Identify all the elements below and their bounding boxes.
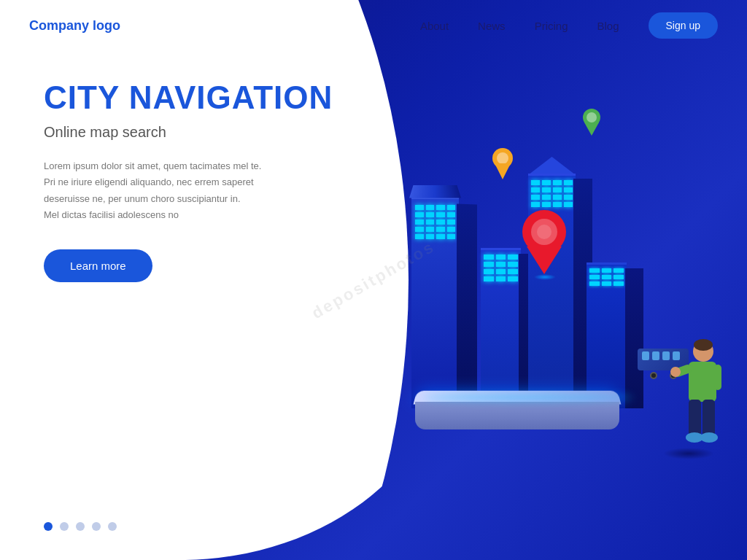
svg-marker-2 — [495, 163, 511, 179]
person-figure — [667, 335, 725, 452]
signup-button[interactable]: Sign up — [649, 12, 718, 39]
company-logo: Company logo — [29, 18, 175, 34]
hero-title: CITY NAVIGATION — [44, 80, 350, 115]
pin-red — [521, 209, 568, 277]
svg-point-8 — [537, 225, 551, 239]
svg-point-14 — [670, 367, 681, 377]
svg-rect-12 — [689, 362, 716, 402]
svg-point-1 — [497, 152, 508, 164]
nav-link-news[interactable]: News — [478, 20, 506, 32]
hero-content: CITY NAVIGATION Online map search Lorem … — [44, 80, 350, 282]
hero-description: Lorem ipsum dolor sit amet, quem tacimat… — [44, 158, 321, 222]
hero-subtitle: Online map search — [44, 124, 350, 141]
nav-link-about[interactable]: About — [420, 20, 449, 32]
page-wrapper: Company logo About News Pricing Blog Sig… — [0, 0, 747, 560]
svg-point-4 — [587, 112, 597, 122]
nav-links: About News Pricing Blog Sign up — [420, 12, 718, 39]
dot-2[interactable] — [60, 522, 69, 531]
svg-rect-17 — [703, 400, 715, 436]
svg-rect-16 — [689, 400, 701, 436]
svg-rect-15 — [714, 365, 721, 390]
dot-5[interactable] — [108, 522, 117, 531]
pagination-dots — [44, 522, 117, 531]
svg-point-11 — [694, 339, 713, 351]
svg-point-19 — [700, 432, 718, 443]
pin-yellow — [492, 147, 514, 182]
pin-green — [582, 108, 601, 139]
building-1 — [411, 197, 477, 408]
dot-3[interactable] — [76, 522, 85, 531]
svg-marker-5 — [584, 122, 599, 136]
phone-device — [415, 390, 641, 430]
hero-illustration — [309, 36, 747, 547]
nav-link-blog[interactable]: Blog — [597, 20, 619, 32]
building-3 — [528, 160, 594, 408]
navbar: Company logo About News Pricing Blog Sig… — [0, 0, 747, 51]
learn-more-button[interactable]: Learn more — [44, 249, 152, 282]
dot-4[interactable] — [92, 522, 101, 531]
building-4 — [587, 262, 645, 408]
svg-marker-9 — [527, 246, 562, 274]
nav-link-pricing[interactable]: Pricing — [535, 20, 568, 32]
dot-1[interactable] — [44, 522, 53, 531]
city-buildings — [404, 102, 652, 408]
